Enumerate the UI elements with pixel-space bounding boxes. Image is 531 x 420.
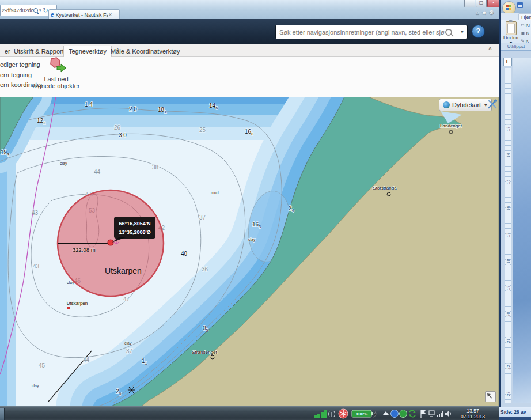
nav-search-box[interactable]: ▼ [275,25,468,39]
minimize-button[interactable]: – [464,0,475,7]
map-sounding: 47 [123,296,130,302]
seabed-label: mud [211,191,219,195]
main-place-label: Utskarpen [105,266,142,275]
tab-tegneverktoy[interactable]: Tegneverktøy [63,46,112,58]
green-app-icon[interactable] [400,410,407,418]
windows-taskbar[interactable]: 100% [0,406,499,420]
download-polygon-icon [47,57,66,73]
office-logo-icon [506,5,511,10]
ruler-number: 16 [506,205,510,213]
sync-icon[interactable] [409,410,416,417]
circle-center-dot[interactable] [108,240,113,245]
vertical-ruler[interactable]: 13141516171819202122232425 [505,68,511,403]
seabed-label: clay [32,384,39,388]
search-dropdown[interactable]: ▼ [457,25,467,39]
ribbon-separator [81,59,81,93]
layer-button-label: Dybdekart [452,101,481,108]
battery-icon[interactable]: 100% [352,410,377,418]
map-sounding: 44 [94,169,101,175]
ruler-number: 15 [506,178,510,186]
system-tray[interactable]: 100% [313,407,451,420]
download-label-line2: tegnede objekter [32,82,81,89]
chevron-down-icon[interactable]: ▾ [39,8,41,13]
svg-text:100%: 100% [356,411,367,417]
collapse-ribbon-icon[interactable]: ^ [488,47,492,53]
url-text[interactable]: 2-df947d02dc3 [1,7,33,13]
nautical-chart-map[interactable]: 1 42 01811461223 01681932416340112005262… [0,97,499,406]
wireless-icon[interactable] [329,411,335,417]
tab-stop-selector[interactable]: L [503,58,512,66]
screen: 2-df947d02dc3 ▾ ↻ e Kystverket - Nautisk… [0,0,531,420]
refresh-icon[interactable]: ↻ [43,7,48,14]
chart-canvas[interactable]: 1 42 01811461223 01681932416340112005262… [0,97,499,406]
signal-strength-icon[interactable] [437,411,443,417]
search-input[interactable] [276,29,445,36]
favorites-star-icon[interactable]: ★ [481,9,487,16]
map-sounding: 45 [39,362,45,369]
close-button[interactable]: × [487,0,499,7]
collapse-map-button[interactable] [485,391,496,402]
word-window-sliver: Hjem Lim inn ▾ ✂Kl ▣K ✎K Utklippst L 131… [499,0,531,420]
tab-close-icon[interactable]: × [109,12,112,18]
tab-utskrift-rapport[interactable]: Utskrift & Rapport [9,46,69,56]
ruler-number: 20 [506,311,510,319]
title-bar: 2-df947d02dc3 ▾ ↻ e Kystverket - Nautisk… [0,0,499,20]
map-sounding: 43 [33,263,40,270]
gear-icon[interactable]: ⚙ [489,9,494,16]
ruler-number: 17 [506,231,510,239]
clock-date: 07.11.2013 [454,414,492,419]
app-header-band: ▼ ? [0,19,499,44]
clipboard-group-label: Utklippst [501,43,531,51]
map-sounding: 43 [32,210,39,216]
map-sounding: 2 0 [129,106,137,112]
depth-map-layer-button[interactable]: Dybdekart ▼ [439,99,492,111]
speaker-icon[interactable] [445,411,450,417]
browser-quick-icons: ⌂ ★ ⚙ [476,9,494,16]
chevron-down-icon: ▼ [483,103,488,108]
ruler-number: 14 [506,152,510,160]
action-center-flag-icon[interactable] [421,410,426,418]
tab-male-koordinatverktoy[interactable]: Måle & Koordinatverktøy [106,46,184,56]
save-icon[interactable] [517,2,523,8]
scissors-icon: ✂ [521,22,525,28]
home-icon[interactable]: ⌂ [476,9,479,16]
place-label: Utskarpen [67,301,88,306]
taskbar-clock[interactable]: 13:57 07.11.2013 [454,408,492,419]
cut-item[interactable]: ✂Kl [521,22,531,28]
map-sounding: 37 [126,348,133,354]
map-tools-button[interactable] [488,99,498,109]
tooltip-latitude: 66°16,8054'N [119,221,151,226]
search-icon[interactable] [33,8,38,13]
restore-button[interactable]: ▢ [476,0,487,7]
help-button[interactable]: ? [472,25,485,38]
place-label: Storstranda [373,186,397,191]
map-sounding: 36 [202,266,208,273]
ie-favicon-icon: e [51,12,54,18]
signal-bars-icon[interactable] [314,410,327,418]
word-window-bottom-edge [499,417,531,420]
place-label: Landenget [440,123,462,128]
show-hidden-icons[interactable] [383,411,389,415]
browser-tab[interactable]: e Kystverket - Nautisk Fagsys... × [48,9,120,20]
remove-drawing-item[interactable]: ern tegning [0,71,32,78]
copy-icon: ▣ [521,31,525,36]
antivirus-icon[interactable] [339,409,348,418]
paste-clipboard-icon[interactable] [506,21,517,35]
ruler-number: 22 [506,364,510,372]
seabed-label: clay [248,237,256,242]
map-sounding: 38 [152,164,159,171]
tooltip-longitude: 13°35,2008'Ø [119,229,150,235]
blue-app-icon[interactable] [391,410,399,418]
map-sounding: 37 [199,214,206,221]
ribbon-tab-row: er Utskrift & Rapport Tegneverktøy Måle … [0,44,499,57]
copy-item[interactable]: ▣K [521,31,531,36]
search-icon[interactable] [445,29,452,36]
seabed-label: clay [60,161,67,166]
word-tab-row: Hjem [501,13,531,20]
taskbar-app-button[interactable] [0,408,5,420]
ruler-number: 13 [506,125,510,133]
download-drawn-objects-button[interactable]: Last ned tegnede objekter [32,57,81,95]
network-icon[interactable] [429,411,434,417]
window-controls: – ▢ × [464,0,500,7]
ruler-number: 19 [506,284,510,292]
